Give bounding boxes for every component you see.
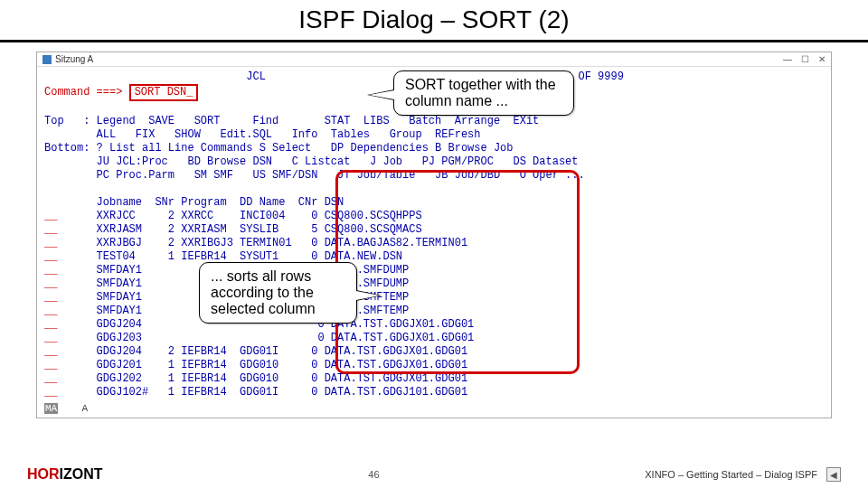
terminal-screen: JCL ROW 1541 1554 OF 9999 Command ===> S… bbox=[37, 67, 831, 403]
status-mode: MA bbox=[44, 403, 58, 414]
brand-logo: HORIZONT bbox=[27, 466, 103, 483]
close-icon[interactable]: ✕ bbox=[818, 54, 826, 64]
callout-text: ... sorts all rows according to the sele… bbox=[211, 268, 316, 316]
maximize-icon[interactable]: ☐ bbox=[801, 54, 809, 64]
callout-sort-command: SORT together with the column name ... bbox=[393, 70, 574, 116]
status-col: A bbox=[82, 403, 89, 414]
slide-footer: HORIZONT 46 XINFO – Getting Started – Di… bbox=[0, 461, 868, 488]
minimize-icon[interactable]: — bbox=[783, 54, 792, 64]
brand-part1: HOR bbox=[27, 466, 60, 482]
callout-sort-effect: ... sorts all rows according to the sele… bbox=[199, 262, 357, 324]
brand-part2: IZONT bbox=[60, 466, 103, 482]
prev-slide-icon[interactable]: ◀ bbox=[826, 467, 841, 482]
terminal-titlebar: Sitzung A — ☐ ✕ bbox=[37, 52, 831, 67]
footer-caption: XINFO – Getting Started – Dialog ISPF bbox=[645, 469, 817, 480]
command-input[interactable]: SORT DSN_ bbox=[135, 86, 193, 99]
terminal-app-icon bbox=[42, 55, 52, 64]
terminal-window-title: Sitzung A bbox=[55, 54, 93, 64]
callout-text: SORT together with the column name ... bbox=[405, 77, 556, 108]
slide-title: ISPF Dialog – SORT (2) bbox=[0, 0, 868, 42]
page-number: 46 bbox=[368, 469, 379, 480]
terminal-statusbar: MA A bbox=[37, 403, 831, 414]
